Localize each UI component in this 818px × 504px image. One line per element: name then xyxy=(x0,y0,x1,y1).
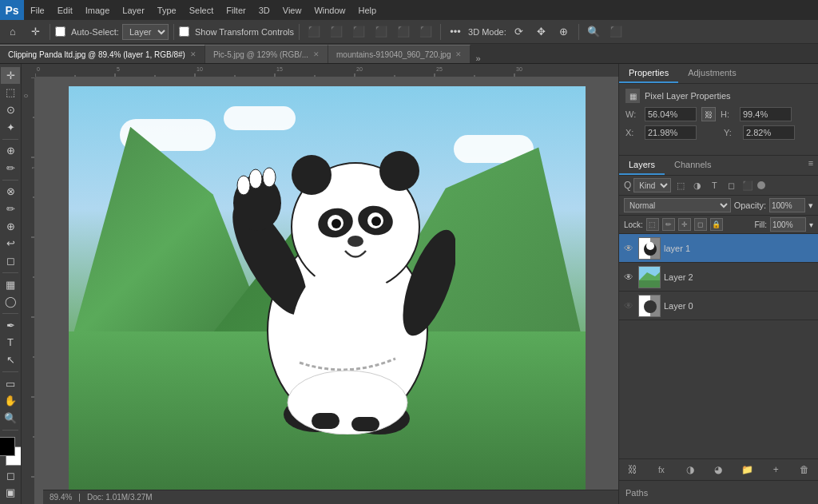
workspaces-btn[interactable]: ⬛ xyxy=(606,22,625,42)
path-select-tool[interactable]: ↖ xyxy=(1,351,20,368)
tab-channels[interactable]: Channels xyxy=(665,156,721,175)
pen-tool[interactable]: ✒ xyxy=(1,317,20,334)
3d-zoom-btn[interactable]: ⊕ xyxy=(554,22,574,42)
move-tool[interactable]: ✛ xyxy=(1,67,20,84)
text-tool[interactable]: T xyxy=(1,335,20,351)
prop-link-wh-btn[interactable]: ⛓ xyxy=(701,107,716,121)
canvas-content[interactable] xyxy=(35,77,618,504)
prop-w-input[interactable] xyxy=(645,107,697,121)
move-tool-btn[interactable]: ✛ xyxy=(26,22,45,42)
layer-item-0[interactable]: 👁 Layer 0 xyxy=(619,292,818,320)
gradient-tool[interactable]: ▦ xyxy=(1,276,20,293)
clone-tool[interactable]: ⊕ xyxy=(1,218,20,235)
tab-close-2[interactable]: ✕ xyxy=(313,50,320,58)
menu-layer[interactable]: Layer xyxy=(116,0,151,20)
menu-image[interactable]: Image xyxy=(79,0,117,20)
layer-item-1[interactable]: 👁 layer 1 xyxy=(619,234,818,263)
link-layers-btn[interactable]: ⛓ xyxy=(625,462,640,477)
tab-pic5[interactable]: Pic-5.jpg @ 129% (RGB/... ✕ xyxy=(205,45,328,63)
add-mask-btn[interactable]: ◑ xyxy=(683,462,697,477)
opacity-input[interactable] xyxy=(769,198,805,212)
hand-tool[interactable]: ✋ xyxy=(1,392,20,409)
dodge-tool[interactable]: ◯ xyxy=(1,293,20,310)
tab-overflow-btn[interactable]: » xyxy=(471,54,485,63)
lasso-tool[interactable]: ⊙ xyxy=(1,101,20,118)
canvas-area[interactable]: 0 5 10 15 20 25 xyxy=(22,64,618,504)
filter-type-btn[interactable]: T xyxy=(707,178,721,192)
lock-transparency-btn[interactable]: ⬚ xyxy=(646,218,659,231)
menu-edit[interactable]: Edit xyxy=(51,0,79,20)
delete-layer-btn[interactable]: 🗑 xyxy=(797,462,812,477)
history-brush-tool[interactable]: ↩ xyxy=(1,236,20,252)
tab-close-3[interactable]: ✕ xyxy=(455,50,462,58)
3d-pan-btn[interactable]: ✥ xyxy=(532,22,551,42)
svg-point-49 xyxy=(249,169,262,189)
tab-mountains[interactable]: mountains-919040_960_720.jpg ✕ xyxy=(328,45,471,63)
new-group-btn[interactable]: 📁 xyxy=(740,462,754,477)
lock-all-btn[interactable]: 🔒 xyxy=(710,218,723,231)
lock-artboard-btn[interactable]: ◻ xyxy=(694,218,707,231)
menu-help[interactable]: Help xyxy=(352,0,383,20)
align-center-h-btn[interactable]: ⬛ xyxy=(327,22,346,42)
layer-fx-btn[interactable]: fx xyxy=(654,462,669,477)
home-button[interactable]: ⌂ xyxy=(3,22,22,42)
transform-controls-checkbox[interactable] xyxy=(179,26,189,37)
search-btn[interactable]: 🔍 xyxy=(584,22,603,42)
filter-adjust-btn[interactable]: ◑ xyxy=(690,178,705,192)
menu-file[interactable]: File xyxy=(24,0,51,20)
tab-properties[interactable]: Properties xyxy=(619,64,678,83)
eyedropper-tool[interactable]: ✏ xyxy=(1,160,20,177)
screen-mode-btn[interactable]: ▣ xyxy=(1,484,20,501)
tab-adjustments[interactable]: Adjustments xyxy=(678,64,746,83)
menu-filter[interactable]: Filter xyxy=(220,0,252,20)
fill-input[interactable] xyxy=(770,217,806,232)
status-bar: 89.4% | Doc: 1.01M/3.27M xyxy=(43,490,618,504)
new-layer-btn[interactable]: + xyxy=(768,462,783,477)
tab-clipping-panda[interactable]: Clipping Panda ltd.jpg @ 89.4% (layer 1,… xyxy=(0,45,205,63)
menu-window[interactable]: Window xyxy=(308,0,351,20)
layers-panel-menu-btn[interactable]: ≡ xyxy=(804,156,818,170)
foreground-color-swatch[interactable] xyxy=(0,437,15,456)
new-fill-btn[interactable]: ◕ xyxy=(711,462,725,477)
tab-close-1[interactable]: ✕ xyxy=(190,50,197,58)
crop-tool[interactable]: ⊕ xyxy=(1,142,20,159)
layer-0-visibility-toggle[interactable]: 👁 xyxy=(622,300,635,312)
shape-tool[interactable]: ▭ xyxy=(1,375,20,392)
prop-y-input[interactable] xyxy=(743,125,795,140)
filter-pixel-btn[interactable]: ⬚ xyxy=(673,178,688,192)
layer-item-2[interactable]: 👁 Layer 2 xyxy=(619,263,818,292)
more-options-btn[interactable]: ••• xyxy=(446,22,465,42)
align-right-btn[interactable]: ⬛ xyxy=(349,22,368,42)
align-top-btn[interactable]: ⬛ xyxy=(371,22,391,42)
auto-select-checkbox[interactable] xyxy=(55,26,66,37)
lock-pixels-btn[interactable]: ✏ xyxy=(662,218,675,231)
blend-mode-dropdown[interactable]: Normal xyxy=(624,198,731,212)
menu-type[interactable]: Type xyxy=(151,0,183,20)
brush-tool[interactable]: ✏ xyxy=(1,200,20,217)
lock-position-btn[interactable]: ✛ xyxy=(678,218,691,231)
prop-x-input[interactable] xyxy=(645,125,697,140)
filter-shape-btn[interactable]: ◻ xyxy=(724,178,738,192)
eraser-tool[interactable]: ◻ xyxy=(1,252,20,269)
quick-mask-tool[interactable]: ◻ xyxy=(1,467,20,484)
zoom-tool[interactable]: 🔍 xyxy=(1,410,20,427)
magic-wand-tool[interactable]: ✦ xyxy=(1,119,20,136)
align-bottom-btn[interactable]: ⬛ xyxy=(416,22,435,42)
menu-select[interactable]: Select xyxy=(183,0,220,20)
auto-select-dropdown[interactable]: Layer xyxy=(122,24,169,40)
filter-smart-btn[interactable]: ⬛ xyxy=(741,178,755,192)
spot-heal-tool[interactable]: ⊗ xyxy=(1,184,20,200)
layers-filter-dropdown[interactable]: Kind xyxy=(633,178,671,192)
marquee-tool[interactable]: ⬚ xyxy=(1,85,20,101)
3d-rotate-btn[interactable]: ⟳ xyxy=(510,22,529,42)
menu-view[interactable]: View xyxy=(276,0,308,20)
svg-point-48 xyxy=(237,176,250,195)
align-center-v-btn[interactable]: ⬛ xyxy=(394,22,413,42)
layer-1-visibility-toggle[interactable]: 👁 xyxy=(622,242,635,255)
tab-layers[interactable]: Layers xyxy=(619,156,665,175)
menu-3d[interactable]: 3D xyxy=(252,0,276,20)
prop-h-input[interactable] xyxy=(740,107,792,121)
layer-2-visibility-toggle[interactable]: 👁 xyxy=(622,271,635,284)
paths-section[interactable]: Paths xyxy=(619,480,818,504)
align-left-btn[interactable]: ⬛ xyxy=(304,22,324,42)
